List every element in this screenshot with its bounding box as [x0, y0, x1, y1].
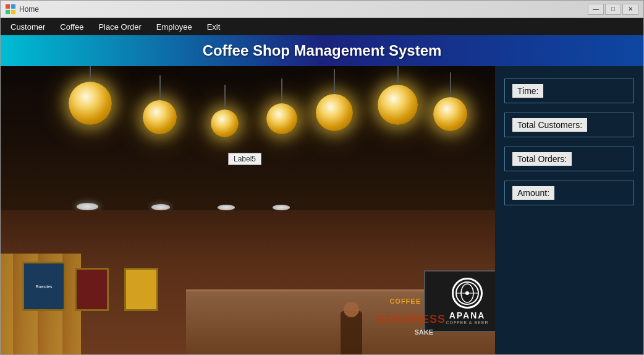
total-orders-label: Total Orders:	[512, 152, 572, 166]
menu-bar: Customer Coffee Place Order Employee Exi…	[1, 18, 643, 35]
label5: Label5	[228, 153, 261, 165]
time-label: Time:	[512, 84, 543, 98]
header-title: Coffee Shop Management System	[203, 42, 442, 59]
menu-item-employee[interactable]: Employee	[149, 18, 200, 35]
floor-reflection-1	[77, 203, 98, 210]
pendant-light-5	[316, 94, 353, 131]
apana-text: APANA	[449, 310, 486, 320]
floor-reflection-4	[273, 205, 290, 210]
total-customers-label: Total Customers:	[512, 118, 587, 132]
time-card: Time:	[504, 79, 634, 103]
menu-item-coffee[interactable]: Coffee	[53, 18, 91, 35]
wall-sign-2	[75, 268, 109, 311]
pendant-light-2	[143, 100, 177, 134]
menu-item-place-order[interactable]: Place Order	[91, 18, 148, 35]
title-bar: Home — □ ✕	[1, 1, 643, 18]
maximize-button[interactable]: □	[605, 4, 621, 15]
minimize-button[interactable]: —	[588, 4, 604, 15]
pendant-light-7	[433, 97, 467, 131]
coffee-shop-image: Roasties	[1, 66, 495, 354]
floor-reflection-3	[218, 205, 235, 210]
interior-background: Roasties	[1, 66, 495, 354]
floor-reflection-2	[151, 204, 170, 210]
bar-area: Roasties	[1, 210, 495, 354]
amount-label: Amount:	[512, 186, 554, 200]
total-orders-card: Total Orders:	[504, 147, 634, 171]
apana-subtext: COFFEE & BEER	[446, 320, 488, 325]
window-title: Home	[19, 5, 588, 14]
barista-area	[334, 305, 371, 354]
main-content: Roasties	[1, 66, 643, 354]
apana-circle	[452, 278, 483, 309]
goodness-text: GOODNESS	[376, 313, 446, 326]
svg-point-7	[465, 291, 469, 295]
pendant-light-4	[266, 103, 297, 134]
svg-rect-1	[11, 4, 15, 9]
header-banner: Coffee Shop Management System	[1, 35, 643, 66]
coffee-text: COFFEE	[389, 297, 421, 305]
wall-sign-1: Roasties	[22, 262, 66, 311]
pendant-light-3	[211, 109, 239, 137]
wall-sign-3	[124, 268, 158, 311]
main-window: Home — □ ✕ Customer Coffee Place Order E…	[0, 0, 644, 355]
window-icon	[6, 4, 15, 14]
right-panel: Time: Total Customers: Total Orders: Amo…	[495, 66, 643, 354]
pendant-light-1	[69, 82, 112, 125]
bar-counter: APANA COFFEE & BEER COFFEE GOODNESS SAKE	[186, 289, 495, 354]
menu-item-customer[interactable]: Customer	[3, 18, 53, 35]
menu-item-exit[interactable]: Exit	[200, 18, 228, 35]
amount-card: Amount:	[504, 181, 634, 205]
svg-rect-0	[6, 4, 10, 9]
title-bar-controls: — □ ✕	[588, 4, 638, 15]
total-customers-card: Total Customers:	[504, 113, 634, 137]
svg-rect-2	[6, 10, 10, 14]
svg-rect-3	[11, 10, 15, 14]
pendant-light-6	[378, 85, 418, 125]
sake-text: SAKE	[414, 328, 433, 336]
close-button[interactable]: ✕	[622, 4, 638, 15]
